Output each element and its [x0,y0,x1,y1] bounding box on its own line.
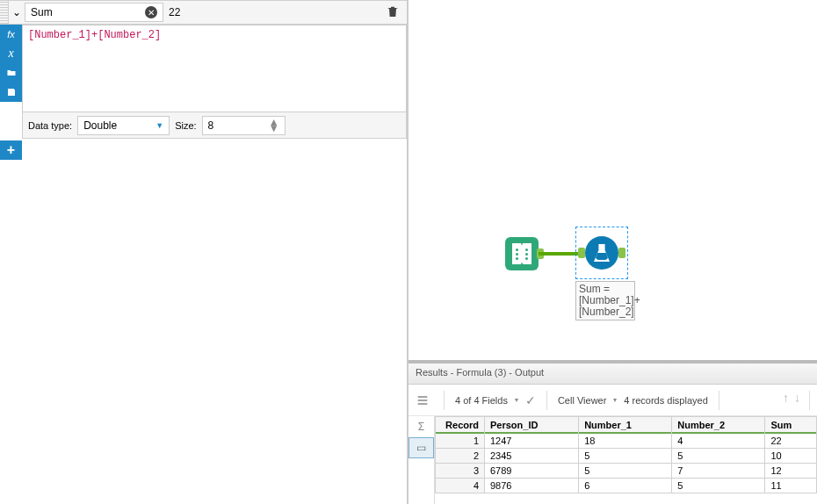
cell-n1: 5 [579,464,672,479]
add-field-button[interactable]: + [0,140,22,160]
check-icon[interactable]: ✓ [525,393,536,407]
config-panel: ⌄ Sum ✕ 22 fx x [Number_1]+[Number_2] Da… [0,0,408,504]
results-toolbar: 4 of 4 Fields ▾ ✓ Cell Viewer ▾ 4 record… [408,385,817,416]
cell-n1: 6 [579,479,672,493]
datatype-value: Double [83,119,117,132]
table-row[interactable]: 4 9876 6 5 11 [436,479,817,493]
clear-icon[interactable]: ✕ [145,6,157,18]
input-tool-node[interactable] [505,237,539,270]
cell-n2: 5 [672,479,765,493]
field-name-text: Sum [31,6,53,18]
cell-viewer-label: Cell Viewer [558,395,606,406]
book-icon [512,243,531,264]
size-label: Size: [175,120,196,131]
cell-person-id: 9876 [485,479,579,493]
cell-n1: 18 [579,434,672,449]
expression-input[interactable]: [Number_1]+[Number_2] [22,25,407,112]
cell-person-id: 6789 [485,464,579,479]
cellviewer-dropdown-icon[interactable]: ▾ [613,396,617,404]
field-row: ⌄ Sum ✕ 22 [0,0,407,25]
data-view-icon[interactable]: ▭ [408,437,434,458]
menu-lines-icon[interactable] [412,390,433,411]
field-value: 22 [169,6,300,18]
arrow-up-icon[interactable]: ↑ [783,391,789,410]
formula-tool-selection[interactable] [575,227,628,279]
cell-sum: 10 [765,449,817,464]
annotation-line3: [Number_2] [579,306,632,318]
datatype-row: Data type: Double ▼ Size: 8 ▲▼ [22,112,407,139]
chevron-down-icon: ▼ [155,121,163,130]
col-sum[interactable]: Sum [765,417,817,434]
results-side-icons: Σ ▭ [408,416,435,504]
datatype-select[interactable]: Double ▼ [77,116,170,135]
expression-editor-row: fx x [Number_1]+[Number_2] [0,25,407,112]
cell-person-id: 2345 [485,449,579,464]
nav-arrows: ↑ ↓ [783,391,813,410]
cell-sum: 11 [765,479,817,493]
cell-sum: 12 [765,464,817,479]
cell-n2: 5 [672,449,765,464]
fx-icon[interactable]: fx [0,25,22,44]
cell-record: 4 [436,479,485,493]
formula-annotation: Sum = [Number_1]+ [Number_2] [575,281,635,320]
size-spinner[interactable]: 8 ▲▼ [202,116,286,135]
fields-dropdown-icon[interactable]: ▾ [515,396,518,404]
records-displayed: 4 records displayed [624,395,707,406]
folder-icon[interactable] [0,63,22,83]
col-record[interactable]: Record [436,417,485,434]
results-table: Record Person_ID Number_1 Number_2 Sum 1… [435,416,817,493]
variable-x-icon[interactable]: x [0,44,22,63]
sigma-icon[interactable]: Σ [408,416,434,437]
cell-n2: 7 [672,464,765,479]
datatype-label: Data type: [28,120,72,131]
drag-handle[interactable] [0,1,9,24]
arrow-down-icon[interactable]: ↓ [794,391,800,410]
formula-tool-node[interactable] [585,236,618,270]
field-name-input[interactable]: Sum ✕ [25,3,163,22]
save-icon[interactable] [0,83,22,102]
col-number-2[interactable]: Number_2 [672,417,765,434]
cell-person-id: 1247 [485,434,579,449]
table-row[interactable]: 1 1247 18 4 22 [436,434,817,449]
results-grid[interactable]: Record Person_ID Number_1 Number_2 Sum 1… [435,416,817,504]
right-panel: Sum = [Number_1]+ [Number_2] Results - F… [408,0,817,504]
col-person-id[interactable]: Person_ID [485,417,579,434]
table-row[interactable]: 3 6789 5 7 12 [436,464,817,479]
cell-record: 3 [436,464,485,479]
cell-record: 1 [436,434,485,449]
cell-n2: 4 [672,434,765,449]
results-panel: Results - Formula (3) - Output 4 of 4 Fi… [408,360,817,504]
editor-side-icons: fx x [0,25,22,112]
results-title: Results - Formula (3) - Output [408,364,817,385]
results-body: Σ ▭ Record Person_ID Number_1 Number_2 S… [408,416,817,504]
trash-icon[interactable] [386,4,401,20]
chevron-down-icon[interactable]: ⌄ [9,6,25,18]
fields-count: 4 of 4 Fields [455,395,508,406]
cell-record: 2 [436,449,485,464]
cell-sum: 22 [765,434,817,449]
col-number-1[interactable]: Number_1 [579,417,672,434]
table-row[interactable]: 2 2345 5 5 10 [436,449,817,464]
spinner-arrows[interactable]: ▲▼ [269,119,279,132]
workflow-canvas[interactable]: Sum = [Number_1]+ [Number_2] [408,0,817,360]
cell-n1: 5 [579,449,672,464]
size-value: 8 [208,119,214,132]
flask-icon [594,244,610,262]
